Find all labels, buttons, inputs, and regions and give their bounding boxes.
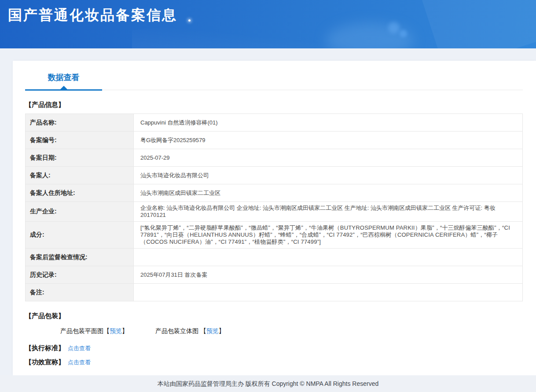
row-value: 2025-07-29 xyxy=(134,149,523,167)
tab-bar: 数据查看 xyxy=(25,72,523,90)
preview-link-flat[interactable]: 预览 xyxy=(110,327,122,334)
packaging-item-flat: 产品包装平面图【预览】 xyxy=(60,327,128,335)
table-row: 备案人住所地址: 汕头市潮南区成田镇家二工业区 xyxy=(26,184,523,202)
packaging-item-bracket: 】 xyxy=(219,327,225,334)
product-info-heading: 【产品信息】 xyxy=(25,101,523,109)
header-banner: 国产普通化妆品备案信息 xyxy=(0,0,536,48)
row-label: 备案后监督检查情况: xyxy=(26,249,134,266)
preview-link-3d[interactable]: 预览 xyxy=(206,327,219,334)
packaging-heading: 【产品包装】 xyxy=(25,312,523,320)
row-value xyxy=(134,249,523,266)
table-row: 备案日期: 2025-07-29 xyxy=(26,149,523,167)
header-decor-spark xyxy=(188,19,191,22)
packaging-item-label: 产品包装平面图【 xyxy=(60,327,110,334)
claims-row: 【功效宣称】 点击查看 xyxy=(25,358,523,366)
packaging-item-3d: 产品包装立体图 【预览】 xyxy=(155,327,225,335)
row-label: 成分: xyxy=(26,222,134,249)
content-card: 数据查看 【产品信息】 产品名称: Cappuvini 自然透润修容棒(01) … xyxy=(13,61,536,375)
row-value: 汕头市潮南区成田镇家二工业区 xyxy=(134,184,523,202)
row-label: 备案人: xyxy=(26,167,134,184)
row-value xyxy=(134,284,523,301)
table-row: 备案人: 汕头市琦迹化妆品有限公司 xyxy=(26,167,523,184)
tab-data-view[interactable]: 数据查看 xyxy=(25,72,102,90)
table-row: 备案后监督检查情况: xyxy=(26,249,523,266)
row-value: Cappuvini 自然透润修容棒(01) xyxy=(134,114,523,132)
standards-heading: 【执行标准】 xyxy=(25,344,65,352)
row-label: 产品名称: xyxy=(26,114,134,132)
table-row: 历史记录: 2025年07月31日 首次备案 xyxy=(26,266,523,284)
header-decor-dot xyxy=(400,30,407,37)
row-value: 粤G妆网备字2025259579 xyxy=(134,132,523,149)
row-value-ingredients: [“氢化聚异丁烯”，“二异硬脂醇苹果酸酯”，“微晶蜡”，“聚异丁烯”，“牛油果树… xyxy=(134,222,523,249)
table-row: 备案编号: 粤G妆网备字2025259579 xyxy=(26,132,523,149)
row-label: 备案日期: xyxy=(26,149,134,167)
footer: 本站由国家药品监督管理局主办 版权所有 Copyright © NMPA All… xyxy=(0,375,536,392)
row-label: 生产企业: xyxy=(26,202,134,222)
page-title: 国产普通化妆品备案信息 xyxy=(8,6,177,24)
row-label: 历史记录: xyxy=(26,266,134,284)
row-label: 备案编号: xyxy=(26,132,134,149)
table-row: 成分: [“氢化聚异丁烯”，“二异硬脂醇苹果酸酯”，“微晶蜡”，“聚异丁烯”，“… xyxy=(26,222,523,249)
row-value: 2025年07月31日 首次备案 xyxy=(134,266,523,284)
table-row: 产品名称: Cappuvini 自然透润修容棒(01) xyxy=(26,114,523,132)
table-row: 生产企业: 企业名称: 汕头市琦迹化妆品有限公司 企业地址: 汕头市潮南区成田镇… xyxy=(26,202,523,222)
table-row: 备注: xyxy=(26,284,523,301)
packaging-item-bracket: 】 xyxy=(122,327,128,334)
header-decor-corner xyxy=(422,0,536,48)
row-value: 企业名称: 汕头市琦迹化妆品有限公司 企业地址: 汕头市潮南区成田镇家二工业区 … xyxy=(134,202,523,222)
row-label: 备注: xyxy=(26,284,134,301)
packaging-items: 产品包装平面图【预览】 产品包装立体图 【预览】 xyxy=(25,327,523,335)
packaging-item-label: 产品包装立体图 【 xyxy=(155,327,206,334)
row-value: 汕头市琦迹化妆品有限公司 xyxy=(134,167,523,184)
product-info-table: 产品名称: Cappuvini 自然透润修容棒(01) 备案编号: 粤G妆网备字… xyxy=(25,114,523,301)
view-link-standards[interactable]: 点击查看 xyxy=(68,344,91,352)
footer-text: 本站由国家药品监督管理局主办 版权所有 Copyright © NMPA All… xyxy=(158,380,378,387)
header-decor-dot xyxy=(388,22,400,33)
standards-row: 【执行标准】 点击查看 xyxy=(25,344,523,352)
claims-heading: 【功效宣称】 xyxy=(25,358,65,366)
row-label: 备案人住所地址: xyxy=(26,184,134,202)
view-link-claims[interactable]: 点击查看 xyxy=(68,359,91,366)
